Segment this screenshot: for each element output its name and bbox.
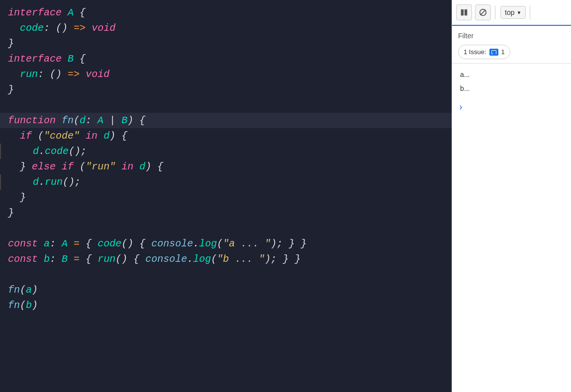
token-plain xyxy=(133,161,139,172)
token-plain xyxy=(133,238,139,249)
token-ident-B: B xyxy=(121,115,127,126)
token-prop-run: run xyxy=(45,176,63,188)
token-plain xyxy=(92,253,97,265)
issues-badge[interactable]: 1 Issue: 1 xyxy=(458,45,510,59)
token-plain xyxy=(44,69,50,80)
token-dot: . xyxy=(39,176,45,188)
token-plain xyxy=(62,7,68,18)
console-item-1[interactable]: b... xyxy=(458,81,565,95)
token-plain xyxy=(32,130,38,142)
svg-rect-1 xyxy=(465,9,467,16)
token-paren: ( xyxy=(217,238,223,249)
right-panel: top ▼ Filter 1 Issue: 1 a...b... › xyxy=(452,0,571,392)
token-brace: { xyxy=(121,130,127,142)
token-plain xyxy=(56,161,62,172)
token-plain xyxy=(97,130,103,142)
token-ident-B: B xyxy=(68,53,74,65)
issues-prefix: 1 Issue: xyxy=(464,48,486,56)
devtools-toolbar: top ▼ xyxy=(452,0,571,26)
token-colon: : xyxy=(38,69,44,80)
token-plain xyxy=(283,238,288,249)
token-colon: : xyxy=(44,22,50,34)
token-plain xyxy=(50,22,56,34)
token-kw-const: const xyxy=(8,238,38,249)
token-brace: } xyxy=(294,253,300,265)
token-kw-if: if xyxy=(20,130,32,142)
chevron-down-icon: ▼ xyxy=(516,10,521,15)
token-paren: ( xyxy=(74,115,80,126)
token-brace: { xyxy=(139,115,145,126)
token-kw-void: void xyxy=(86,69,109,80)
token-kw-function: function xyxy=(8,115,56,126)
token-ident-a: a xyxy=(26,284,32,296)
play-button[interactable] xyxy=(456,4,472,20)
token-ident-a: a xyxy=(44,238,50,249)
token-paren: ) xyxy=(265,253,271,265)
token-plain xyxy=(92,115,97,126)
token-kw-interface: interface xyxy=(8,7,62,18)
token-prop-code: code xyxy=(20,22,44,34)
token-kw-if: if xyxy=(62,161,74,172)
token-prop-run: run xyxy=(97,253,115,265)
token-plain xyxy=(8,22,20,34)
token-plain xyxy=(68,253,74,265)
code-line: } xyxy=(0,190,452,205)
token-ident-b: b xyxy=(44,253,50,265)
token-plain xyxy=(74,7,80,18)
token-plain xyxy=(80,238,86,249)
token-plain xyxy=(56,253,62,265)
token-plain xyxy=(115,115,121,126)
token-paren: ) xyxy=(127,115,133,126)
token-prop-run: run xyxy=(20,69,38,80)
token-colon: : xyxy=(86,115,92,126)
token-fn-fn: fn xyxy=(62,115,74,126)
svg-line-3 xyxy=(480,10,486,15)
token-string: "code" xyxy=(44,130,80,142)
token-plain xyxy=(38,253,44,265)
code-line: function fn(d: A | B) { xyxy=(0,113,452,128)
token-plain xyxy=(68,238,74,249)
code-line: fn(b) xyxy=(0,298,452,313)
no-button[interactable] xyxy=(475,4,491,20)
message-icon xyxy=(489,49,498,56)
console-item-0[interactable]: a... xyxy=(458,68,565,81)
token-plain xyxy=(26,161,32,172)
token-paren: () xyxy=(69,146,81,157)
token-plain xyxy=(8,192,20,203)
token-plain xyxy=(74,53,80,65)
expand-arrow[interactable]: › xyxy=(452,99,571,115)
token-fn-fn: fn xyxy=(8,284,20,296)
token-kw-const: const xyxy=(8,253,38,265)
token-dot: . xyxy=(193,238,199,249)
token-fn-fn: fn xyxy=(8,300,20,311)
code-line: d.run(); xyxy=(0,174,452,190)
token-colon: : xyxy=(50,238,56,249)
context-dropdown[interactable]: top ▼ xyxy=(500,6,526,19)
token-kw-else: else xyxy=(32,161,56,172)
token-plain xyxy=(9,176,33,188)
console-items-list: a...b... xyxy=(452,64,571,99)
code-line xyxy=(0,97,452,113)
token-ident-d: d xyxy=(103,130,109,142)
token-colon: : xyxy=(50,253,56,265)
code-line: d.code(); xyxy=(0,144,452,159)
token-plain xyxy=(151,161,157,172)
token-arrow: => xyxy=(74,22,86,34)
token-plain xyxy=(288,253,294,265)
token-brace: } xyxy=(8,38,14,49)
token-paren: ( xyxy=(211,253,217,265)
token-brace: } xyxy=(20,161,26,172)
token-pipe: | xyxy=(109,115,115,126)
code-editor: interface A { code: () => void}interface… xyxy=(0,0,452,392)
token-semicolon: ; xyxy=(277,238,283,249)
svg-rect-0 xyxy=(461,9,464,16)
token-brace: { xyxy=(157,161,163,172)
token-plain xyxy=(133,115,139,126)
token-string: "run" xyxy=(86,161,115,172)
token-plain xyxy=(38,238,44,249)
token-brace: { xyxy=(139,238,145,249)
token-plain xyxy=(277,253,283,265)
token-plain xyxy=(115,130,121,142)
token-paren: ) xyxy=(32,284,38,296)
token-plain xyxy=(68,22,74,34)
